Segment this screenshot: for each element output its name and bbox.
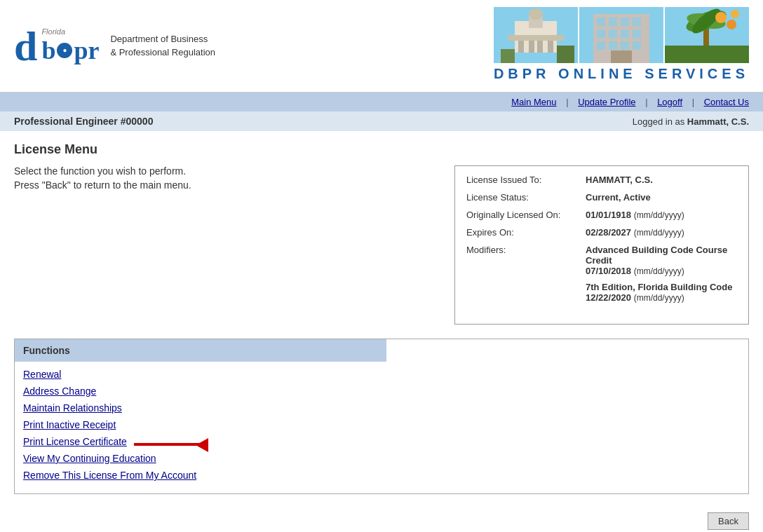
instruction-1: Select the function you wish to perform. [14,165,440,177]
palm-svg [665,7,749,63]
svg-rect-9 [501,49,515,63]
svg-rect-34 [665,46,749,63]
expires-date: 02/28/2027 [586,227,631,238]
expires-value: 02/28/2027 (mm/dd/yyyy) [586,227,684,238]
logged-in-info: Logged in as Hammatt, C.S. [633,116,749,127]
address-change-link[interactable]: Address Change [23,386,740,397]
banner-title: DBPR ONLINE SERVICES [494,63,749,85]
modifiers-value: Advanced Building Code Course Credit 07/… [586,245,737,308]
issued-to-row: License Issued To: HAMMATT, C.S. [466,175,737,185]
logo-circle-icon: ● [57,43,72,58]
logged-in-label: Logged in as [633,116,687,127]
license-info-box: License Issued To: HAMMATT, C.S. License… [454,165,749,325]
back-button[interactable]: Back [708,512,749,530]
header-banner: DBPR ONLINE SERVICES [494,7,749,85]
modifier-1-block: Advanced Building Code Course Credit 07/… [586,245,737,276]
content-area: Select the function you wish to perform.… [14,165,749,325]
banner-capitol-image [494,7,578,63]
logo-bpr-letters: Florida b ● pr [41,27,99,65]
svg-rect-15 [621,18,629,26]
maintain-relationships-link[interactable]: Maintain Relationships [23,402,740,414]
modifier-1-format: (mm/dd/yyyy) [634,266,684,276]
svg-rect-10 [557,46,574,63]
red-arrow-icon [134,437,218,452]
originally-licensed-row: Originally Licensed On: 01/01/1918 (mm/d… [466,210,737,220]
view-continuing-education-link[interactable]: View My Continuing Education [23,453,740,464]
svg-rect-5 [518,41,524,53]
svg-rect-23 [621,41,629,50]
logo-d-letter: d [14,25,37,67]
logoff-link[interactable]: Logoff [657,97,682,107]
originally-licensed-value: 01/01/1918 (mm/dd/yyyy) [586,210,684,220]
modifiers-label: Modifiers: [466,245,586,308]
svg-rect-24 [633,41,641,50]
svg-rect-4 [508,35,564,41]
svg-rect-21 [597,41,605,50]
instruction-2: Press "Back" to return to the main menu. [14,179,440,191]
nav-separator-3: | [692,97,697,107]
expires-row: Expires On: 02/28/2027 (mm/dd/yyyy) [466,227,737,238]
florida-label: Florida [41,27,99,36]
svg-rect-22 [609,41,617,50]
logged-in-user: Hammatt, C.S. [687,116,749,127]
svg-rect-7 [537,41,543,53]
svg-rect-18 [609,29,617,38]
dept-line2: & Professional Regulation [110,46,215,59]
expires-label: Expires On: [466,227,586,238]
svg-rect-6 [529,41,534,53]
back-area: Back [0,505,763,532]
svg-point-33 [731,10,739,18]
functions-header: Functions [15,339,386,362]
renewal-link[interactable]: Renewal [23,369,740,380]
logo-pr: pr [74,36,99,65]
main-content: License Menu Select the function you wis… [0,131,763,505]
modifier-2-date: 12/22/2020 (mm/dd/yyyy) [586,292,737,303]
issued-to-value: HAMMATT, C.S. [586,175,653,185]
logo-area: d Florida b ● pr Department of Business … [14,25,215,67]
svg-point-31 [715,12,727,23]
svg-rect-20 [633,29,641,38]
building-svg [579,7,663,63]
modifier-1-date: 07/10/2018 (mm/dd/yyyy) [586,266,737,276]
svg-rect-17 [597,29,605,38]
contact-us-link[interactable]: Contact Us [704,97,749,107]
modifier-2-format: (mm/dd/yyyy) [634,293,684,303]
svg-rect-25 [611,50,632,63]
update-profile-link[interactable]: Update Profile [578,97,635,107]
status-row: License Status: Current, Active [466,192,737,203]
svg-rect-14 [609,18,617,26]
banner-building-image [579,7,663,63]
remove-license-link[interactable]: Remove This License From My Account [23,470,740,481]
modifier-2-block: 7th Edition, Florida Building Code 12/22… [586,282,737,303]
modifiers-row: Modifiers: Advanced Building Code Course… [466,245,737,308]
svg-point-3 [529,8,543,20]
main-menu-link[interactable]: Main Menu [511,97,556,107]
svg-rect-13 [597,18,605,26]
dbpr-logo: d Florida b ● pr Department of Business … [14,25,215,67]
issued-to-label: License Issued To: [466,175,586,185]
svg-rect-8 [548,41,553,53]
page-header: d Florida b ● pr Department of Business … [0,0,763,93]
functions-list: Renewal Address Change Maintain Relation… [15,362,748,493]
capitol-svg [494,7,578,63]
info-bar: Professional Engineer #00000 Logged in a… [0,111,763,131]
print-inactive-receipt-link[interactable]: Print Inactive Receipt [23,419,740,430]
status-value: Current, Active [586,192,651,203]
page-title: License Menu [14,142,749,157]
left-panel: Select the function you wish to perform.… [14,165,440,193]
modifier-1-name: Advanced Building Code Course Credit [586,245,737,266]
print-certificate-row: Print License Certificate [23,436,740,453]
svg-rect-19 [621,29,629,38]
svg-point-32 [727,20,736,29]
logo-b: b [41,36,55,65]
svg-rect-16 [633,18,641,26]
originally-licensed-date: 01/01/1918 [586,210,631,220]
print-license-certificate-link[interactable]: Print License Certificate [23,436,127,447]
functions-section: Functions Renewal Address Change Maintai… [14,339,749,494]
nav-separator-2: | [645,97,650,107]
modifier-2-name: 7th Edition, Florida Building Code [586,282,737,292]
dept-line1: Department of Business [110,33,215,46]
status-label: License Status: [466,192,586,203]
banner-palm-image [665,7,749,63]
originally-licensed-label: Originally Licensed On: [466,210,586,220]
